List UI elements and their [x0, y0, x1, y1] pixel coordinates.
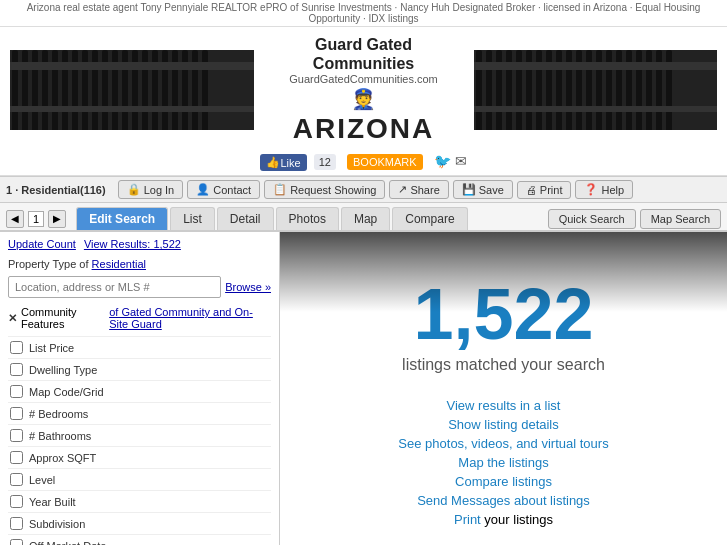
page-number: 1: [28, 211, 44, 227]
filter-label: Level: [29, 474, 55, 486]
filter-label: Dwelling Type: [29, 364, 97, 376]
save-button[interactable]: 💾 Save: [453, 180, 513, 199]
search-buttons: Quick Search Map Search: [548, 209, 721, 229]
contact-icon: 👤: [196, 183, 210, 196]
filter-checkbox[interactable]: [10, 407, 23, 420]
tab-compare[interactable]: Compare: [392, 207, 467, 230]
browse-link[interactable]: Browse »: [225, 281, 271, 293]
tab-detail[interactable]: Detail: [217, 207, 274, 230]
tab-list[interactable]: List: [170, 207, 215, 230]
filter-checkbox[interactable]: [10, 495, 23, 508]
community-features-label: Community Features: [21, 306, 105, 330]
nav-bar: 1 · Residential(116) 🔒 Log In 👤 Contact …: [0, 176, 727, 203]
action-suffix: your listings: [481, 512, 553, 527]
map-search-button[interactable]: Map Search: [640, 209, 721, 229]
quick-search-label: Quick Search: [559, 213, 625, 225]
filter-item: # Bathrooms: [8, 424, 271, 446]
property-type-label: Property Type of: [8, 258, 89, 270]
bookmark-label: BOOKMARK: [353, 156, 417, 168]
user-icon: 🔒: [127, 183, 141, 196]
tab-edit-search-label: Edit Search: [89, 212, 155, 226]
contact-button[interactable]: 👤 Contact: [187, 180, 260, 199]
filter-checkbox[interactable]: [10, 517, 23, 530]
view-results-link[interactable]: View Results: 1,522: [84, 238, 181, 250]
header-center: Guard Gated Communities GuardGatedCommun…: [254, 35, 474, 145]
results-count: 1,522: [413, 278, 593, 350]
header: Guard Gated Communities GuardGatedCommun…: [0, 27, 727, 149]
help-label: Help: [601, 184, 624, 196]
next-page-button[interactable]: ▶: [48, 210, 66, 228]
filter-item: Off Market Date: [8, 534, 271, 545]
print-icon: 🖨: [526, 184, 537, 196]
bookmark-button[interactable]: BOOKMARK: [347, 154, 423, 170]
filter-label: Year Built: [29, 496, 76, 508]
filter-item: Subdivision: [8, 512, 271, 534]
filter-checkbox[interactable]: [10, 385, 23, 398]
listing-count: 1 · Residential(116): [6, 184, 106, 196]
action-link-0[interactable]: View results in a list: [447, 398, 561, 413]
like-label: Like: [280, 157, 300, 169]
quick-search-button[interactable]: Quick Search: [548, 209, 636, 229]
community-features-link[interactable]: of Gated Community and On-Site Guard: [109, 306, 271, 330]
community-features-tag: ✕ Community Features of Gated Community …: [8, 306, 271, 330]
filter-label: Approx SQFT: [29, 452, 96, 464]
like-button[interactable]: 👍 Like: [260, 154, 306, 171]
filter-item: List Price: [8, 336, 271, 358]
top-info-text: Arizona real estate agent Tony Pennyiale…: [27, 2, 701, 24]
social-bar: 👍 Like 12 BOOKMARK 🐦 ✉: [0, 149, 727, 176]
filter-checkbox[interactable]: [10, 539, 23, 545]
filter-checkbox[interactable]: [10, 451, 23, 464]
filter-item: Approx SQFT: [8, 446, 271, 468]
filter-checkbox[interactable]: [10, 473, 23, 486]
help-button[interactable]: ❓ Help: [575, 180, 633, 199]
location-search-input[interactable]: [8, 276, 221, 298]
print-button[interactable]: 🖨 Print: [517, 181, 572, 199]
tabs-row: ◀ 1 ▶ Edit Search List Detail Photos Map…: [0, 203, 727, 232]
update-count-link[interactable]: Update Count: [8, 238, 76, 250]
filter-checkbox[interactable]: [10, 429, 23, 442]
action-link-5[interactable]: Send Messages about listings: [417, 493, 590, 508]
contact-label: Contact: [213, 184, 251, 196]
fence-left: [10, 50, 254, 130]
share-label: Share: [410, 184, 439, 196]
property-type-value[interactable]: Residential: [92, 258, 146, 270]
filter-checkbox[interactable]: [10, 341, 23, 354]
action-link-2[interactable]: See photos, videos, and virtual tours: [398, 436, 608, 451]
site-location: ARIZONA: [264, 113, 464, 145]
left-panel: Update Count View Results: 1,522 Propert…: [0, 232, 280, 545]
like-count: 12: [314, 154, 336, 170]
filter-label: Subdivision: [29, 518, 85, 530]
request-showing-button[interactable]: 📋 Request Showing: [264, 180, 385, 199]
tab-map[interactable]: Map: [341, 207, 390, 230]
tab-edit-search[interactable]: Edit Search: [76, 207, 168, 230]
calendar-icon: 📋: [273, 183, 287, 196]
filter-checkbox[interactable]: [10, 363, 23, 376]
action-link-1[interactable]: Show listing details: [448, 417, 559, 432]
login-label: Log In: [144, 184, 175, 196]
tab-list-label: List: [183, 212, 202, 226]
filter-label: # Bedrooms: [29, 408, 88, 420]
action-link-4[interactable]: Compare listings: [455, 474, 552, 489]
tab-map-label: Map: [354, 212, 377, 226]
login-button[interactable]: 🔒 Log In: [118, 180, 184, 199]
save-label: Save: [479, 184, 504, 196]
tab-photos[interactable]: Photos: [276, 207, 339, 230]
action-links: View results in a listShow listing detai…: [398, 398, 608, 527]
save-icon: 💾: [462, 183, 476, 196]
filter-item: Map Code/Grid: [8, 380, 271, 402]
tab-photos-label: Photos: [289, 212, 326, 226]
filter-list: List Price Dwelling Type Map Code/Grid #…: [8, 336, 271, 545]
search-input-row: Browse »: [8, 276, 271, 298]
prev-page-button[interactable]: ◀: [6, 210, 24, 228]
right-panel: 1,522 listings matched your search View …: [280, 232, 727, 545]
tab-detail-label: Detail: [230, 212, 261, 226]
filter-item: # Bedrooms: [8, 402, 271, 424]
action-link-print[interactable]: Print: [454, 512, 481, 527]
update-count-bar: Update Count View Results: 1,522: [8, 238, 271, 250]
filter-item: Year Built: [8, 490, 271, 512]
thumbs-up-icon: 👍: [266, 156, 280, 169]
action-link-3[interactable]: Map the listings: [458, 455, 548, 470]
share-button[interactable]: ↗ Share: [389, 180, 448, 199]
social-icons: 🐦 ✉: [434, 153, 467, 169]
remove-feature-button[interactable]: ✕: [8, 312, 17, 325]
